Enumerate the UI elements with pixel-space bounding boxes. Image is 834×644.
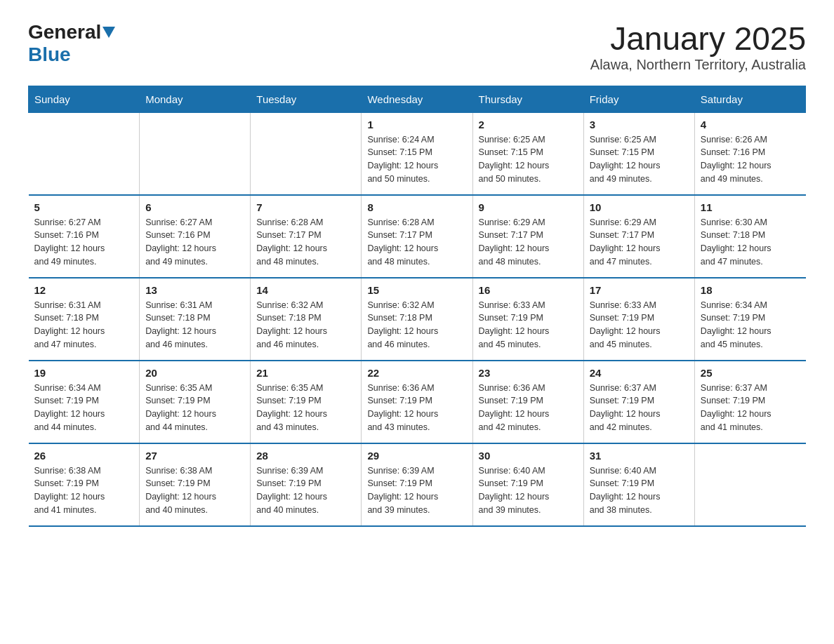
- day-number: 30: [479, 450, 578, 462]
- col-header-wednesday: Wednesday: [362, 86, 472, 112]
- calendar-cell: 1Sunrise: 6:24 AM Sunset: 7:15 PM Daylig…: [362, 112, 472, 195]
- calendar-cell: 4Sunrise: 6:26 AM Sunset: 7:16 PM Daylig…: [694, 112, 805, 195]
- calendar-cell: [694, 443, 805, 526]
- calendar-cell: 18Sunrise: 6:34 AM Sunset: 7:19 PM Dayli…: [694, 278, 805, 361]
- day-number: 10: [590, 201, 689, 213]
- day-number: 9: [479, 201, 578, 213]
- day-info: Sunrise: 6:38 AM Sunset: 7:19 PM Dayligh…: [34, 464, 134, 517]
- col-header-saturday: Saturday: [694, 86, 805, 112]
- day-info: Sunrise: 6:24 AM Sunset: 7:15 PM Dayligh…: [367, 133, 466, 186]
- calendar-cell: 23Sunrise: 6:36 AM Sunset: 7:19 PM Dayli…: [472, 361, 583, 443]
- calendar-cell: 20Sunrise: 6:35 AM Sunset: 7:19 PM Dayli…: [140, 361, 251, 443]
- day-info: Sunrise: 6:25 AM Sunset: 7:15 PM Dayligh…: [590, 133, 689, 186]
- calendar-cell: 7Sunrise: 6:28 AM Sunset: 7:17 PM Daylig…: [251, 195, 362, 278]
- day-info: Sunrise: 6:32 AM Sunset: 7:18 PM Dayligh…: [256, 299, 355, 351]
- day-info: Sunrise: 6:28 AM Sunset: 7:17 PM Dayligh…: [367, 216, 466, 269]
- day-info: Sunrise: 6:33 AM Sunset: 7:19 PM Dayligh…: [590, 299, 689, 351]
- calendar-week-row: 19Sunrise: 6:34 AM Sunset: 7:19 PM Dayli…: [29, 361, 806, 443]
- calendar-cell: [140, 112, 251, 195]
- col-header-monday: Monday: [140, 86, 251, 112]
- day-number: 13: [145, 284, 244, 296]
- day-info: Sunrise: 6:40 AM Sunset: 7:19 PM Dayligh…: [590, 464, 689, 517]
- calendar-cell: 27Sunrise: 6:38 AM Sunset: 7:19 PM Dayli…: [140, 443, 251, 526]
- calendar-cell: 2Sunrise: 6:25 AM Sunset: 7:15 PM Daylig…: [472, 112, 583, 195]
- calendar-week-row: 12Sunrise: 6:31 AM Sunset: 7:18 PM Dayli…: [29, 278, 806, 361]
- col-header-thursday: Thursday: [472, 86, 583, 112]
- day-info: Sunrise: 6:29 AM Sunset: 7:17 PM Dayligh…: [479, 216, 578, 269]
- day-info: Sunrise: 6:31 AM Sunset: 7:18 PM Dayligh…: [34, 299, 134, 351]
- day-number: 2: [479, 119, 578, 130]
- day-info: Sunrise: 6:37 AM Sunset: 7:19 PM Dayligh…: [590, 382, 689, 434]
- day-info: Sunrise: 6:35 AM Sunset: 7:19 PM Dayligh…: [145, 382, 244, 434]
- calendar-cell: 17Sunrise: 6:33 AM Sunset: 7:19 PM Dayli…: [583, 278, 694, 361]
- calendar-cell: 31Sunrise: 6:40 AM Sunset: 7:19 PM Dayli…: [583, 443, 694, 526]
- day-number: 18: [701, 284, 800, 296]
- calendar-cell: 9Sunrise: 6:29 AM Sunset: 7:17 PM Daylig…: [472, 195, 583, 278]
- calendar-table: SundayMondayTuesdayWednesdayThursdayFrid…: [28, 86, 806, 527]
- day-info: Sunrise: 6:27 AM Sunset: 7:16 PM Dayligh…: [34, 216, 134, 269]
- calendar-cell: [251, 112, 362, 195]
- day-number: 16: [479, 284, 578, 296]
- day-number: 17: [590, 284, 689, 296]
- page-title: January 2025: [590, 21, 806, 57]
- calendar-cell: 29Sunrise: 6:39 AM Sunset: 7:19 PM Dayli…: [362, 443, 472, 526]
- day-info: Sunrise: 6:34 AM Sunset: 7:19 PM Dayligh…: [34, 382, 134, 434]
- calendar-cell: 28Sunrise: 6:39 AM Sunset: 7:19 PM Dayli…: [251, 443, 362, 526]
- day-number: 15: [367, 284, 466, 296]
- col-header-friday: Friday: [583, 86, 694, 112]
- svg-marker-0: [102, 27, 115, 38]
- calendar-cell: 6Sunrise: 6:27 AM Sunset: 7:16 PM Daylig…: [140, 195, 251, 278]
- day-info: Sunrise: 6:40 AM Sunset: 7:19 PM Dayligh…: [479, 464, 578, 517]
- day-number: 29: [367, 450, 466, 462]
- day-info: Sunrise: 6:36 AM Sunset: 7:19 PM Dayligh…: [479, 382, 578, 434]
- logo-blue-text: Blue: [28, 43, 71, 65]
- calendar-header-row: SundayMondayTuesdayWednesdayThursdayFrid…: [29, 86, 806, 112]
- calendar-cell: 22Sunrise: 6:36 AM Sunset: 7:19 PM Dayli…: [362, 361, 472, 443]
- calendar-cell: [29, 112, 140, 195]
- calendar-week-row: 1Sunrise: 6:24 AM Sunset: 7:15 PM Daylig…: [29, 112, 806, 195]
- day-info: Sunrise: 6:30 AM Sunset: 7:18 PM Dayligh…: [701, 216, 800, 269]
- calendar-cell: 13Sunrise: 6:31 AM Sunset: 7:18 PM Dayli…: [140, 278, 251, 361]
- calendar-cell: 11Sunrise: 6:30 AM Sunset: 7:18 PM Dayli…: [694, 195, 805, 278]
- day-number: 22: [367, 367, 466, 379]
- calendar-cell: 12Sunrise: 6:31 AM Sunset: 7:18 PM Dayli…: [29, 278, 140, 361]
- day-number: 23: [479, 367, 578, 379]
- day-info: Sunrise: 6:36 AM Sunset: 7:19 PM Dayligh…: [367, 382, 466, 434]
- calendar-cell: 15Sunrise: 6:32 AM Sunset: 7:18 PM Dayli…: [362, 278, 472, 361]
- calendar-cell: 19Sunrise: 6:34 AM Sunset: 7:19 PM Dayli…: [29, 361, 140, 443]
- day-number: 11: [701, 201, 800, 213]
- calendar-cell: 14Sunrise: 6:32 AM Sunset: 7:18 PM Dayli…: [251, 278, 362, 361]
- calendar-cell: 16Sunrise: 6:33 AM Sunset: 7:19 PM Dayli…: [472, 278, 583, 361]
- day-number: 28: [256, 450, 355, 462]
- calendar-cell: 26Sunrise: 6:38 AM Sunset: 7:19 PM Dayli…: [29, 443, 140, 526]
- calendar-cell: 24Sunrise: 6:37 AM Sunset: 7:19 PM Dayli…: [583, 361, 694, 443]
- day-number: 8: [367, 201, 466, 213]
- day-info: Sunrise: 6:35 AM Sunset: 7:19 PM Dayligh…: [256, 382, 355, 434]
- day-info: Sunrise: 6:32 AM Sunset: 7:18 PM Dayligh…: [367, 299, 466, 351]
- day-number: 7: [256, 201, 355, 213]
- calendar-cell: 5Sunrise: 6:27 AM Sunset: 7:16 PM Daylig…: [29, 195, 140, 278]
- day-info: Sunrise: 6:31 AM Sunset: 7:18 PM Dayligh…: [145, 299, 244, 351]
- logo-triangle-icon: [102, 27, 115, 41]
- page-subtitle: Alawa, Northern Territory, Australia: [590, 57, 806, 73]
- calendar-week-row: 26Sunrise: 6:38 AM Sunset: 7:19 PM Dayli…: [29, 443, 806, 526]
- day-info: Sunrise: 6:34 AM Sunset: 7:19 PM Dayligh…: [701, 299, 800, 351]
- calendar-cell: 8Sunrise: 6:28 AM Sunset: 7:17 PM Daylig…: [362, 195, 472, 278]
- day-info: Sunrise: 6:27 AM Sunset: 7:16 PM Dayligh…: [145, 216, 244, 269]
- calendar-cell: 21Sunrise: 6:35 AM Sunset: 7:19 PM Dayli…: [251, 361, 362, 443]
- title-block: January 2025 Alawa, Northern Territory, …: [590, 21, 806, 73]
- day-info: Sunrise: 6:29 AM Sunset: 7:17 PM Dayligh…: [590, 216, 689, 269]
- logo-general-text: General: [28, 21, 101, 43]
- day-number: 31: [590, 450, 689, 462]
- logo: General Blue: [28, 21, 115, 66]
- day-number: 12: [34, 284, 134, 296]
- day-number: 5: [34, 201, 134, 213]
- day-number: 4: [701, 119, 800, 130]
- day-info: Sunrise: 6:25 AM Sunset: 7:15 PM Dayligh…: [479, 133, 578, 186]
- day-number: 19: [34, 367, 134, 379]
- calendar-cell: 30Sunrise: 6:40 AM Sunset: 7:19 PM Dayli…: [472, 443, 583, 526]
- day-number: 14: [256, 284, 355, 296]
- calendar-week-row: 5Sunrise: 6:27 AM Sunset: 7:16 PM Daylig…: [29, 195, 806, 278]
- calendar-cell: 3Sunrise: 6:25 AM Sunset: 7:15 PM Daylig…: [583, 112, 694, 195]
- day-info: Sunrise: 6:39 AM Sunset: 7:19 PM Dayligh…: [256, 464, 355, 517]
